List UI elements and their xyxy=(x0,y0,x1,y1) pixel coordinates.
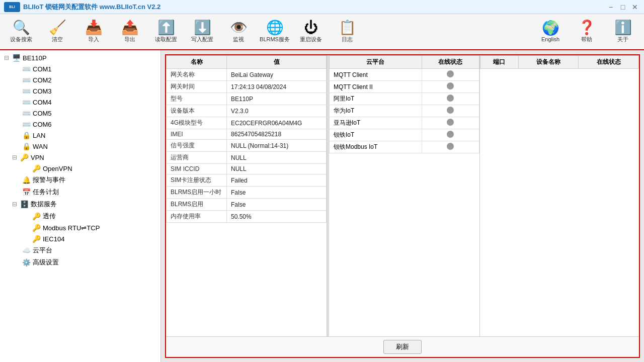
export-label: 导出 xyxy=(124,36,135,43)
about-icon: ℹ️ xyxy=(614,21,632,35)
node-icon-com2: ⌨️ xyxy=(22,76,31,84)
sidebar-item-openvpn[interactable]: 🔑 OpenVPN xyxy=(0,163,160,174)
node-icon-openvpn: 🔑 xyxy=(32,164,41,172)
right-panels: 云平台 在线状态 MQTT Client MQTT Client II 阿里Io… xyxy=(329,55,639,336)
toolbar-item-log[interactable]: 📋 日志 xyxy=(330,16,364,48)
info-row-value: EC20CEFRGR06A04M4G xyxy=(227,117,327,129)
node-label-alert: 报警与事件 xyxy=(33,175,65,185)
panel-footer: 刷新 xyxy=(166,336,639,357)
info-row-value: BE110P xyxy=(227,93,327,105)
node-icon-vpn: 🔑 xyxy=(20,153,29,161)
node-icon-wan: 🔒 xyxy=(22,142,31,150)
minimize-button[interactable]: − xyxy=(606,2,616,12)
toolbar-item-export[interactable]: 📤 导出 xyxy=(113,16,147,48)
sidebar-item-com6[interactable]: ⌨️ COM6 xyxy=(0,119,160,130)
help-label: 帮助 xyxy=(581,36,592,43)
node-label-modbus: Modbus RTU⇌TCP xyxy=(43,224,100,232)
main-panel: 名称 值 网关名称 BeiLai Gateway 网关时间 17:24:13 0… xyxy=(165,54,640,358)
table-row: 钡铁Modbus IoT xyxy=(330,141,479,153)
window-title: BLIIoT 锁链网关配置软件 www.BLIIoT.cn V2.2 xyxy=(23,3,160,12)
node-icon-alert: 🔔 xyxy=(22,176,31,184)
table-row: BLRMS启用 False xyxy=(167,199,327,211)
sidebar: ⊟ 🖥️ BE110P ⌨️ COM1 ⌨️ COM2 ⌨️ COM3 ⌨️ C… xyxy=(0,50,161,362)
device-table-wrap: 端口 设备名称 在线状态 xyxy=(480,55,639,336)
sidebar-item-wan[interactable]: 🔒 WAN xyxy=(0,141,160,152)
toolbar-item-monitor[interactable]: 👁️ 监视 xyxy=(221,16,256,48)
sidebar-item-iec104[interactable]: 🔑 IEC104 xyxy=(0,233,160,244)
sidebar-item-com4[interactable]: ⌨️ COM4 xyxy=(0,97,160,108)
sidebar-item-relay[interactable]: 🔑 透传 xyxy=(0,210,160,222)
node-label-com5: COM5 xyxy=(33,110,52,117)
node-icon-com5: ⌨️ xyxy=(22,109,31,117)
toolbar-item-read[interactable]: ⬆️ 读取配置 xyxy=(149,16,183,48)
toolbar-item-write[interactable]: ⬇️ 写入配置 xyxy=(185,16,219,48)
info-row-name: BLRMS启用 xyxy=(167,199,227,211)
node-label-vpn: VPN xyxy=(31,154,44,161)
sidebar-item-modbus[interactable]: 🔑 Modbus RTU⇌TCP xyxy=(0,222,160,233)
node-label-data: 数据服务 xyxy=(31,200,57,209)
info-row-value: Failed xyxy=(227,174,327,187)
info-col-value: 值 xyxy=(227,56,327,69)
toolbar-item-import[interactable]: 📥 导入 xyxy=(76,16,111,48)
write-icon: ⬇️ xyxy=(194,21,211,35)
sidebar-item-com1[interactable]: ⌨️ COM1 xyxy=(0,63,160,74)
node-icon-lan: 🔒 xyxy=(22,131,31,139)
node-label-cloud: 云平台 xyxy=(33,246,52,255)
cloud-status-cell xyxy=(422,81,479,93)
cloud-platform: 钡铁Modbus IoT xyxy=(330,141,422,153)
cloud-col-platform: 云平台 xyxy=(330,56,422,69)
restore-button[interactable]: □ xyxy=(618,2,628,12)
write-label: 写入配置 xyxy=(191,36,213,43)
sidebar-item-vpn[interactable]: ⊟ 🔑 VPN xyxy=(0,152,160,163)
device-col-port: 端口 xyxy=(480,56,519,69)
cloud-table-wrap: 云平台 在线状态 MQTT Client MQTT Client II 阿里Io… xyxy=(329,55,480,336)
node-label-openvpn: OpenVPN xyxy=(43,165,72,172)
sidebar-item-task[interactable]: 📅 任务计划 xyxy=(0,186,160,198)
status-dot xyxy=(447,131,454,138)
toolbar-item-about[interactable]: ℹ️ 关于 xyxy=(606,16,640,48)
search-label: 设备搜索 xyxy=(10,36,32,43)
cloud-platform: 钡铁IoT xyxy=(330,129,422,141)
node-icon-data: 🗄️ xyxy=(20,200,29,208)
content-area: 名称 值 网关名称 BeiLai Gateway 网关时间 17:24:13 0… xyxy=(161,50,644,362)
node-label-iec104: IEC104 xyxy=(43,235,64,243)
close-button[interactable]: ✕ xyxy=(630,2,640,12)
node-label-task: 任务计划 xyxy=(33,188,59,197)
sidebar-item-alert[interactable]: 🔔 报警与事件 xyxy=(0,174,160,186)
info-row-name: 运营商 xyxy=(167,152,227,164)
node-icon-com6: ⌨️ xyxy=(22,120,31,128)
toolbar-item-restart[interactable]: ⏻ 重启设备 xyxy=(294,16,328,48)
toolbar-item-clear[interactable]: 🧹 清空 xyxy=(40,16,74,48)
info-row-name: 网关名称 xyxy=(167,69,227,81)
toolbar-item-blrms[interactable]: 🌐 BLRMS服务 xyxy=(258,16,292,48)
node-label-com6: COM6 xyxy=(33,121,52,128)
toolbar-item-search[interactable]: 🔍 设备搜索 xyxy=(4,16,38,48)
table-row: 华为IoT xyxy=(330,105,479,117)
status-dot xyxy=(447,95,454,102)
toolbar-item-help[interactable]: ❓ 帮助 xyxy=(570,16,604,48)
node-label-relay: 透传 xyxy=(43,212,56,221)
monitor-icon: 👁️ xyxy=(230,21,248,35)
sidebar-item-cloud[interactable]: ☁️ 云平台 xyxy=(0,244,160,256)
sidebar-item-com5[interactable]: ⌨️ COM5 xyxy=(0,108,160,119)
sidebar-item-lan[interactable]: 🔒 LAN xyxy=(0,130,160,141)
export-icon: 📤 xyxy=(121,21,139,35)
refresh-button[interactable]: 刷新 xyxy=(383,340,422,354)
info-row-value: False xyxy=(227,187,327,199)
sidebar-item-data[interactable]: ⊟ 🗄️ 数据服务 xyxy=(0,198,160,210)
cloud-platform: 亚马逊IoT xyxy=(330,117,422,129)
sidebar-item-be110p[interactable]: ⊟ 🖥️ BE110P xyxy=(0,52,160,63)
toolbar-item-english[interactable]: 🌍 English xyxy=(533,16,568,48)
table-row: 内存使用率 50.50% xyxy=(167,211,327,223)
sidebar-item-advanced[interactable]: ⚙️ 高级设置 xyxy=(0,256,160,268)
sidebar-item-com3[interactable]: ⌨️ COM3 xyxy=(0,85,160,97)
table-row: 亚马逊IoT xyxy=(330,117,479,129)
node-icon-com4: ⌨️ xyxy=(22,98,31,106)
expand-icon-data: ⊟ xyxy=(12,201,17,208)
clear-icon: 🧹 xyxy=(49,21,66,35)
table-row: MQTT Client II xyxy=(330,81,479,93)
device-table: 端口 设备名称 在线状态 xyxy=(480,55,639,69)
log-label: 日志 xyxy=(342,36,353,43)
table-row: MQTT Client xyxy=(330,69,479,81)
sidebar-item-com2[interactable]: ⌨️ COM2 xyxy=(0,74,160,85)
